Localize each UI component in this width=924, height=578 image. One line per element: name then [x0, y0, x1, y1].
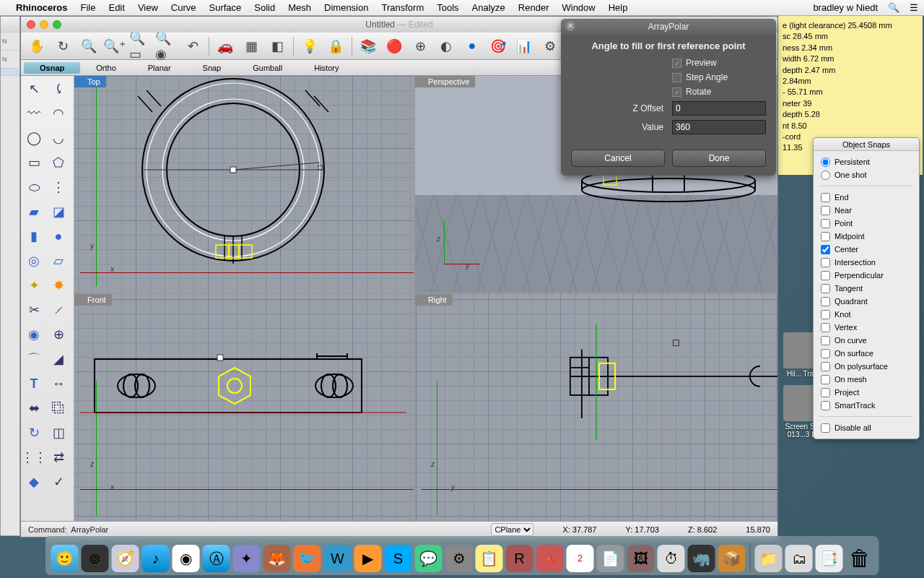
menu-solid[interactable]: Solid — [254, 2, 275, 13]
menu-help[interactable]: Help — [609, 2, 628, 13]
app-icon[interactable]: 📄 — [597, 545, 624, 572]
named-view-icon[interactable]: 🚗 — [214, 35, 237, 57]
app-icon[interactable]: 🦊 — [263, 545, 291, 572]
sphere-tool-icon[interactable]: ● — [47, 225, 70, 248]
rectangle-tool-icon[interactable]: ▭ — [22, 151, 45, 174]
osnap-perpendicular[interactable]: Perpendicular — [821, 269, 912, 282]
finder-icon[interactable]: 🙂 — [51, 545, 79, 572]
menu-render[interactable]: Render — [518, 2, 549, 13]
pipe-tool-icon[interactable]: ▱ — [47, 249, 70, 272]
zoffset-input[interactable] — [672, 101, 766, 116]
solid-tool-icon[interactable]: ▮ — [22, 225, 45, 248]
extrude-tool-icon[interactable]: ◪ — [47, 200, 70, 223]
dialog-title[interactable]: ✕ ArrayPolar — [561, 19, 776, 35]
menu-edit[interactable]: Edit — [108, 2, 124, 13]
app-name[interactable]: Rhinoceros — [16, 2, 68, 13]
osnap-on-mesh[interactable]: On mesh — [821, 373, 912, 386]
surface-tool-icon[interactable]: ▰ — [22, 200, 45, 223]
osnap-oneshot-radio[interactable]: One shot — [821, 168, 912, 181]
cplane-select[interactable]: CPlane — [491, 523, 533, 536]
option-history[interactable]: History — [298, 62, 354, 74]
cancel-button[interactable]: Cancel — [571, 150, 665, 167]
viewport-label[interactable]: Top — [74, 76, 106, 87]
appstore-icon[interactable]: Ⓐ — [203, 545, 230, 572]
blend-tool-icon[interactable]: ◆ — [22, 470, 45, 493]
downloads-icon[interactable]: 📁 — [755, 545, 783, 572]
app-icon[interactable]: 🖼 — [627, 545, 655, 572]
calendar-icon[interactable]: 2 — [567, 545, 594, 572]
osnap-quadrant[interactable]: Quadrant — [821, 295, 912, 308]
text-tool-icon[interactable]: T — [22, 372, 45, 395]
app-icon[interactable]: ✦ — [233, 545, 261, 572]
window-zoom-button[interactable] — [53, 20, 61, 29]
app-icon[interactable]: 📦 — [718, 545, 746, 572]
viewport-label[interactable]: Front — [74, 294, 112, 306]
undo-view-icon[interactable]: ↶ — [181, 35, 204, 57]
zoom-dynamic-icon[interactable]: 🔍 — [77, 35, 100, 57]
puzzle-tool-icon[interactable]: ✦ — [22, 274, 45, 297]
pointer-tool-icon[interactable]: ↖ — [22, 77, 45, 100]
viewport-front[interactable]: z x — [74, 294, 414, 521]
check-tool-icon[interactable]: ✓ — [47, 470, 70, 493]
osnap-intersection[interactable]: Intersection — [821, 256, 912, 269]
viewport-label[interactable]: Right — [415, 294, 453, 306]
pan-icon[interactable]: ✋ — [25, 35, 48, 57]
arc-tool-icon[interactable]: ◡ — [47, 126, 70, 150]
option-ortho[interactable]: Ortho — [80, 62, 132, 74]
osnap-project[interactable]: Project — [821, 386, 912, 399]
hide-icon[interactable]: 💡 — [298, 35, 321, 57]
dock-stack-icon[interactable]: 🗂 — [785, 545, 813, 572]
ellipse-tool-icon[interactable]: ⬭ — [22, 176, 45, 199]
trash-icon[interactable]: 🗑 — [846, 545, 873, 572]
explode-tool-icon[interactable]: ✸ — [47, 274, 70, 297]
messages-icon[interactable]: 💬 — [415, 545, 443, 572]
render-icon[interactable]: 🎯 — [487, 35, 510, 57]
app-icon[interactable]: 🦏 — [688, 545, 715, 572]
option-gumball[interactable]: Gumball — [237, 62, 298, 74]
fillet-tool-icon[interactable]: ⌒ — [22, 348, 45, 371]
rotate-tool-icon[interactable]: ↻ — [22, 421, 45, 444]
menu-curve[interactable]: Curve — [171, 2, 196, 13]
osnap-midpoint[interactable]: Midpoint — [821, 230, 912, 243]
boolean-tool-icon[interactable]: ◉ — [22, 323, 45, 346]
skype-icon[interactable]: S — [385, 545, 412, 572]
osnap-disable-all[interactable]: Disable all — [821, 421, 912, 434]
app-icon[interactable]: 🐦 — [294, 545, 321, 572]
circle-tool-icon[interactable]: ◯ — [22, 126, 45, 150]
scale-tool-icon[interactable]: ◫ — [47, 421, 70, 444]
app-icon[interactable]: ▶ — [354, 545, 382, 572]
osnap-persistent-radio[interactable]: Persistent — [821, 155, 912, 168]
osnap-title[interactable]: Object Snaps — [814, 138, 919, 151]
curve-tool-icon[interactable]: ◠ — [47, 102, 70, 125]
safari-icon[interactable]: 🧭 — [112, 545, 139, 572]
lock-icon[interactable]: 🔒 — [324, 35, 347, 57]
itunes-icon[interactable]: ♪ — [142, 545, 170, 572]
rotate-checkbox[interactable] — [672, 87, 681, 97]
wireframe-icon[interactable]: ⊕ — [409, 35, 432, 57]
menu-file[interactable]: File — [81, 2, 96, 13]
zoom-extents-icon[interactable]: 🔍▭ — [129, 35, 152, 57]
viewport-right[interactable]: z y — [415, 294, 777, 521]
spotlight-icon[interactable]: 🔍 — [888, 2, 899, 13]
layers-icon[interactable]: 📚 — [357, 35, 380, 57]
merge-tool-icon[interactable]: ⊕ — [47, 323, 70, 346]
option-osnap[interactable]: Osnap — [24, 62, 80, 74]
viewport-top[interactable]: y x — [74, 76, 414, 293]
done-button[interactable]: Done — [672, 150, 766, 167]
dialog-close-icon[interactable]: ✕ — [565, 21, 575, 31]
option-snap[interactable]: Snap — [187, 62, 237, 74]
move-tool-icon[interactable]: ⬌ — [22, 397, 45, 420]
preview-checkbox[interactable] — [672, 59, 681, 68]
menu-analyze[interactable]: Analyze — [472, 2, 505, 13]
lasso-tool-icon[interactable]: ⤹ — [47, 77, 70, 100]
window-minimize-button[interactable] — [40, 20, 48, 29]
menubar-user[interactable]: bradley w Niedt — [813, 2, 878, 13]
option-planar[interactable]: Planar — [132, 62, 187, 74]
dimension-tool-icon[interactable]: ↔ — [47, 372, 70, 395]
osnap-smarttrack[interactable]: SmartTrack — [821, 399, 912, 412]
polygon-tool-icon[interactable]: ⬠ — [47, 151, 70, 174]
osnap-on-polysurface[interactable]: On polysurface — [821, 360, 912, 373]
dock[interactable]: 🙂 ⊚ 🧭 ♪ ◉ Ⓐ ✦ 🦊 🐦 W ▶ S 💬 ⚙ 📋 R 🔺 2 📄 🖼 … — [45, 536, 879, 575]
viewport-label[interactable]: Perspective — [415, 76, 475, 87]
menu-surface[interactable]: Surface — [209, 2, 242, 13]
